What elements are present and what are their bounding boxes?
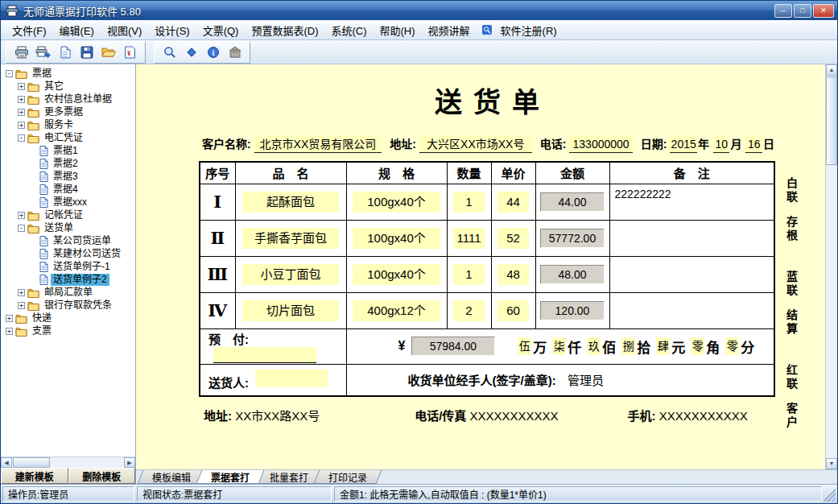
menu-item-4[interactable]: 文票(Q) — [196, 20, 246, 40]
date-month-input[interactable]: 10 — [713, 136, 730, 153]
menu-item-7[interactable]: 帮助(H) — [374, 20, 422, 40]
expand-icon[interactable]: + — [18, 212, 25, 219]
item-name-input[interactable]: 起酥面包 — [242, 192, 340, 213]
menu-item-8[interactable]: 视频讲解 — [422, 20, 477, 40]
tree-item[interactable]: +其它 — [1, 80, 135, 93]
item-remark-input[interactable]: 222222222 — [609, 184, 774, 220]
item-price-input[interactable]: 44 — [497, 192, 530, 213]
sidebar-hscrollbar[interactable]: ◀ ▶ — [1, 456, 135, 468]
expand-icon[interactable]: + — [6, 315, 13, 322]
menu-item-2[interactable]: 视图(V) — [101, 20, 148, 40]
item-qty-input[interactable]: 1111 — [453, 228, 485, 249]
item-spec-input[interactable]: 400gx12个 — [353, 300, 440, 321]
tree-item[interactable]: -送货单 — [1, 221, 135, 234]
save-button[interactable] — [76, 43, 97, 61]
minimize-button[interactable]: ─ — [774, 4, 792, 18]
prepaid-input[interactable] — [213, 347, 316, 363]
item-name-input[interactable]: 小豆丁面包 — [242, 264, 340, 285]
expand-icon[interactable]: + — [18, 289, 25, 296]
tree-item[interactable]: 票据xxx — [1, 196, 135, 209]
item-remark-input[interactable] — [609, 256, 774, 292]
item-price-input[interactable]: 48 — [497, 264, 530, 285]
item-spec-input[interactable]: 100gx40个 — [353, 264, 440, 285]
date-day-input[interactable]: 16 — [745, 136, 762, 153]
tree-item[interactable]: 送货单例子-1 — [1, 260, 135, 273]
view-tab-1[interactable]: 票据套打 — [196, 470, 265, 484]
zoom-button[interactable] — [159, 43, 180, 61]
expand-icon[interactable]: + — [18, 122, 25, 129]
tree-item[interactable]: 某公司货运单 — [1, 234, 135, 247]
expand-icon[interactable]: + — [18, 83, 25, 90]
date-year-input[interactable]: 2015 — [670, 136, 697, 153]
collapse-icon[interactable]: - — [18, 134, 25, 142]
new-template-button[interactable]: 建新模板 — [1, 468, 68, 484]
hscroll-thumb[interactable] — [13, 457, 50, 468]
scroll-right-button[interactable]: ▶ — [124, 457, 135, 468]
customer-input[interactable]: 北京市XX贸易有限公司 — [254, 136, 382, 153]
delete-template-button[interactable]: 删除模板 — [68, 468, 136, 484]
tree-item[interactable]: +支票 — [1, 324, 135, 337]
phone-input[interactable]: 133000000 — [569, 136, 632, 153]
item-name-input[interactable]: 切片面包 — [242, 300, 340, 321]
scroll-up-button[interactable]: ▲ — [826, 64, 837, 76]
item-name-input[interactable]: 手撕香芋面包 — [242, 228, 340, 249]
tree-item[interactable]: 票据1 — [1, 144, 135, 157]
item-remark-input[interactable] — [609, 292, 774, 328]
print-button[interactable] — [11, 43, 31, 61]
report-button[interactable]: ¥ — [120, 43, 140, 61]
main-vscrollbar[interactable]: ▲ ▼ — [825, 64, 837, 469]
title-bar[interactable]: 无师通票据打印软件 5.80 ─ □ ✕ — [1, 1, 837, 20]
tree-item[interactable]: +农村信息社单据 — [1, 93, 135, 105]
tree-item[interactable]: 票据4 — [1, 183, 135, 196]
print-setup-button[interactable] — [33, 43, 53, 61]
resize-grip[interactable] — [824, 486, 836, 502]
tree-item[interactable]: +快递 — [1, 312, 135, 324]
tree-item[interactable]: +更多票据 — [1, 105, 135, 118]
open-button[interactable] — [98, 43, 118, 61]
tag-button[interactable] — [181, 43, 201, 61]
tree-item[interactable]: 某建材公司送货 — [1, 247, 135, 260]
view-tab-3[interactable]: 打印记录 — [314, 470, 382, 484]
info-button[interactable]: i — [203, 43, 223, 61]
item-remark-input[interactable] — [609, 220, 774, 256]
menu-item-1[interactable]: 编辑(E) — [53, 20, 101, 40]
item-price-input[interactable]: 60 — [497, 300, 530, 321]
view-tab-2[interactable]: 批量套打 — [255, 470, 324, 484]
menu-item-3[interactable]: 设计(S) — [148, 20, 196, 40]
item-qty-input[interactable]: 1 — [453, 192, 485, 213]
expand-icon[interactable]: + — [6, 328, 13, 335]
new-doc-button[interactable] — [55, 43, 75, 61]
item-qty-input[interactable]: 2 — [453, 300, 485, 321]
menu-item-0[interactable]: 文件(F) — [6, 20, 53, 40]
menu-item-9[interactable]: 软件注册(R) — [494, 20, 563, 40]
item-price-input[interactable]: 52 — [497, 228, 530, 249]
menu-item-5[interactable]: 预置数据表(D) — [245, 20, 324, 40]
tree-item[interactable]: 票据2 — [1, 157, 135, 170]
expand-icon[interactable]: + — [18, 96, 25, 103]
item-spec-input[interactable]: 100gx40个 — [353, 228, 440, 249]
close-button[interactable]: ✕ — [813, 4, 834, 18]
tree-item[interactable]: -票据 — [1, 67, 135, 80]
tree-item[interactable]: 票据3 — [1, 170, 135, 183]
address-input[interactable]: 大兴区XX市场XX号 — [419, 136, 532, 153]
expand-icon[interactable]: + — [18, 302, 25, 309]
vscroll-thumb[interactable] — [826, 76, 837, 165]
tree-item[interactable]: +银行存取款凭条 — [1, 299, 135, 312]
tree-item[interactable]: +邮局汇款单 — [1, 286, 135, 299]
tree-item[interactable]: 送货单例子2 — [1, 273, 135, 286]
collapse-icon[interactable]: - — [18, 225, 25, 232]
menu-item-6[interactable]: 系统(C) — [324, 20, 373, 40]
tree-item[interactable]: +服务卡 — [1, 118, 135, 131]
tree-item[interactable]: +记帐凭证 — [1, 209, 135, 221]
expand-icon[interactable]: + — [18, 109, 25, 116]
scroll-left-button[interactable]: ◀ — [1, 457, 12, 468]
item-spec-input[interactable]: 100gx40个 — [353, 192, 440, 213]
item-qty-input[interactable]: 1 — [453, 264, 485, 285]
maximize-button[interactable]: □ — [794, 4, 811, 18]
tree-item[interactable]: -电汇凭证 — [1, 131, 135, 144]
deliverer-input[interactable] — [255, 370, 328, 387]
collapse-icon[interactable]: - — [6, 70, 13, 77]
view-tab-0[interactable]: 模板编辑 — [138, 470, 206, 484]
scroll-down-button[interactable]: ▼ — [826, 458, 837, 469]
building-button[interactable] — [225, 43, 245, 61]
